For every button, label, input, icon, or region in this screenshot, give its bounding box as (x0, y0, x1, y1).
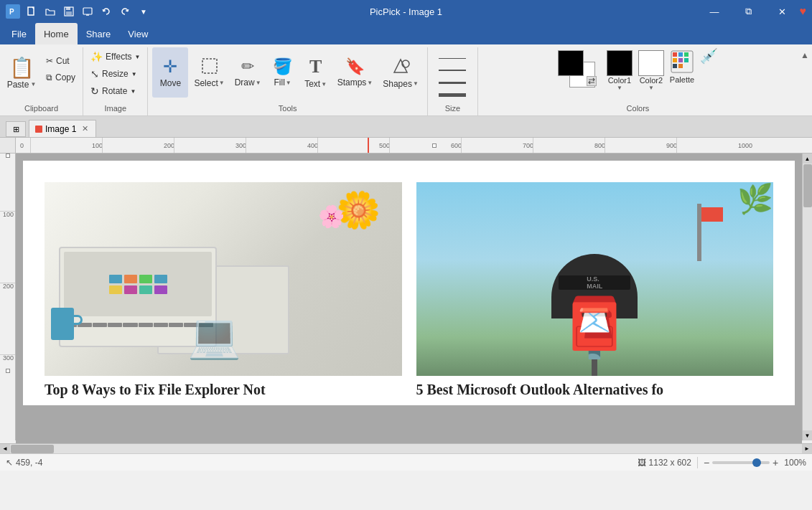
text-icon: T (309, 56, 322, 77)
menu-file[interactable]: File (3, 23, 35, 44)
svg-rect-11 (673, 52, 677, 57)
svg-rect-16 (684, 58, 689, 62)
qat-more[interactable]: ▼ (135, 3, 152, 20)
select-button[interactable]: Select ▼ (190, 47, 228, 98)
draw-arrow[interactable]: ▼ (256, 80, 261, 86)
close-button[interactable]: ✕ (766, 0, 798, 23)
menu-share[interactable]: Share (78, 23, 120, 44)
article-image-1: U.S.MAIL (416, 182, 774, 376)
zoom-slider[interactable] (712, 461, 770, 464)
color2-labels-col: Color2 ▼ (638, 50, 664, 91)
color1-swatch[interactable] (558, 50, 584, 76)
scroll-h-track[interactable] (10, 444, 802, 454)
stamps-button[interactable]: 🔖 Stamps ▼ (333, 47, 378, 98)
qat-undo[interactable] (98, 3, 115, 20)
status-divider (697, 457, 698, 468)
color1-large[interactable] (607, 50, 633, 76)
scroll-h-thumb[interactable] (11, 445, 54, 453)
qat-open[interactable] (42, 3, 59, 20)
text-button[interactable]: T Text ▼ (300, 47, 332, 98)
zoom-thumb[interactable] (752, 458, 761, 467)
scroll-v-thumb[interactable] (803, 164, 812, 207)
menu-bar: File Home Share View (0, 23, 812, 44)
image-label: Image (83, 104, 147, 113)
shapes-button[interactable]: Shapes ▼ (378, 47, 423, 98)
size-line-3[interactable] (439, 77, 466, 88)
fill-icon: 🪣 (273, 57, 292, 76)
size-line-4[interactable] (439, 90, 466, 100)
minimize-button[interactable]: — (699, 0, 731, 23)
restore-button[interactable]: ⧉ (732, 0, 765, 23)
effects-arrow[interactable]: ▼ (134, 54, 140, 60)
svg-rect-4 (66, 7, 70, 10)
scroll-up-button[interactable]: ▲ (803, 154, 813, 164)
all-tabs-button[interactable]: ⊞ (6, 121, 26, 137)
color1-dropdown[interactable]: ▼ (617, 85, 622, 91)
copy-button[interactable]: ⧉ Copy (42, 70, 80, 85)
zoom-plus-button[interactable]: + (773, 457, 778, 468)
resize-button[interactable]: ⤡ Resize ▼ (86, 66, 144, 82)
shapes-icon (391, 57, 410, 77)
draw-button[interactable]: ✏ Draw ▼ (230, 47, 266, 98)
horizontal-scrollbar[interactable]: ◄ ► (0, 443, 812, 453)
title-bar: P ▼ PicPick - Image 1 — ⧉ (0, 0, 812, 23)
svg-rect-13 (684, 52, 689, 57)
colors-group: Color1 ▼ Color2 ▼ Palette 💉 (478, 47, 798, 115)
menu-home[interactable]: Home (35, 23, 78, 44)
palette-button[interactable] (671, 50, 694, 75)
text-arrow[interactable]: ▼ (321, 81, 327, 88)
effects-icon: ✨ (90, 51, 103, 62)
vertical-scrollbar[interactable]: ▲ ▼ (802, 154, 812, 440)
tools-label: Tools (148, 104, 426, 113)
qat-new[interactable] (23, 3, 40, 20)
canvas-scroll-area[interactable]: 🌼 🌸 Top 8 Ways to Fix File Explorer Not (16, 154, 802, 443)
zoom-minus-button[interactable]: − (704, 457, 709, 468)
rotate-arrow[interactable]: ▼ (130, 88, 136, 95)
fill-button[interactable]: 🪣 Fill ▼ (267, 47, 299, 98)
effects-button[interactable]: ✨ Effects ▼ (86, 49, 144, 65)
article-card-0[interactable]: 🌼 🌸 Top 8 Ways to Fix File Explorer Not (45, 182, 402, 398)
document-tab-0[interactable]: Image 1 ✕ (29, 120, 96, 137)
selection-handle-v-bottom[interactable] (6, 369, 10, 373)
scroll-left-button[interactable]: ◄ (0, 444, 10, 454)
article-card-1[interactable]: U.S.MAIL (416, 182, 774, 398)
svg-rect-12 (678, 52, 683, 57)
menu-view[interactable]: View (119, 23, 157, 44)
tab-close-button[interactable]: ✕ (82, 124, 88, 133)
scroll-v-track[interactable] (803, 164, 813, 430)
color2-dropdown[interactable]: ▼ (648, 85, 654, 91)
scroll-right-button[interactable]: ► (802, 444, 812, 454)
color2-large[interactable] (638, 50, 664, 76)
selection-handle-v-top[interactable] (6, 154, 10, 158)
select-arrow[interactable]: ▼ (219, 80, 225, 86)
svg-rect-5 (66, 11, 72, 15)
qat-save[interactable] (60, 3, 78, 20)
color-swatches-container (558, 50, 601, 93)
paste-dropdown-arrow[interactable]: ▼ (30, 81, 36, 88)
selection-handle-ruler[interactable] (432, 143, 437, 148)
svg-rect-15 (678, 58, 683, 62)
resize-arrow[interactable]: ▼ (131, 71, 137, 77)
status-right: 🖼 1132 x 602 − + 100% (638, 457, 806, 468)
stamps-icon: 🔖 (345, 57, 365, 76)
fill-arrow[interactable]: ▼ (286, 80, 291, 86)
eyedropper-button[interactable]: 💉 (700, 47, 718, 65)
scroll-down-button[interactable]: ▼ (803, 430, 813, 440)
size-label: Size (428, 104, 477, 113)
move-button[interactable]: ✛ Move (152, 47, 188, 98)
stamps-arrow[interactable]: ▼ (367, 80, 373, 86)
eyedropper-container: 💉 (700, 47, 718, 79)
paste-button[interactable]: 📋 Paste ▼ (3, 47, 40, 98)
size-line-1[interactable] (439, 53, 466, 63)
shapes-arrow[interactable]: ▼ (413, 80, 419, 87)
svg-rect-14 (673, 58, 677, 62)
rotate-button[interactable]: ↻ Rotate ▼ (86, 83, 144, 99)
size-line-2[interactable] (439, 65, 466, 75)
qat-redo[interactable] (116, 3, 134, 20)
cut-button[interactable]: ✂ Cut (42, 53, 80, 69)
ribbon-collapse-button[interactable]: ▲ (798, 47, 812, 115)
qat-screenshot[interactable] (79, 3, 96, 20)
tab-color-indicator (35, 126, 42, 133)
zoom-level: 100% (784, 458, 806, 468)
swap-colors-button[interactable] (587, 76, 597, 86)
